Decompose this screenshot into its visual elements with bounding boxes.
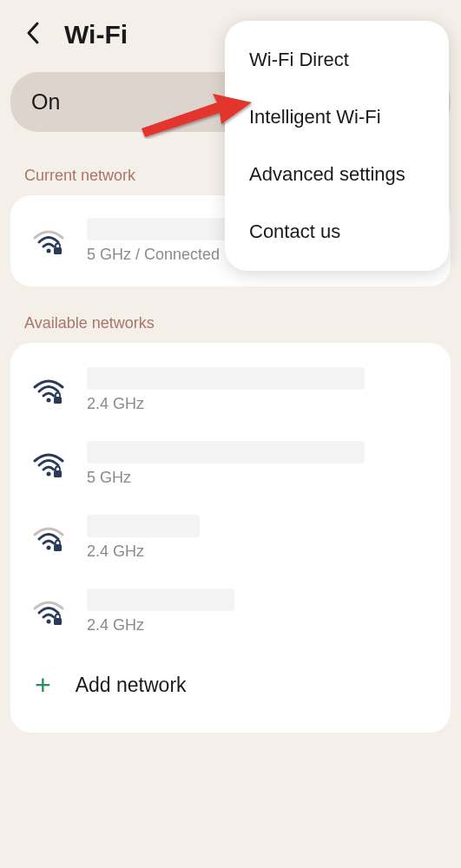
network-subtitle: 5 GHz <box>87 469 430 487</box>
wifi-lock-icon <box>31 598 66 626</box>
svg-point-4 <box>47 471 51 476</box>
wifi-lock-icon <box>31 227 66 255</box>
menu-item-intelligent-wifi[interactable]: Intelligent Wi-Fi <box>225 89 449 146</box>
wifi-lock-icon <box>31 450 66 478</box>
svg-rect-1 <box>54 247 62 254</box>
toggle-label: On <box>31 89 60 115</box>
network-name-redacted <box>87 515 200 537</box>
available-network-item[interactable]: 2.4 GHz <box>10 353 451 427</box>
network-name-redacted <box>87 589 234 611</box>
svg-rect-7 <box>54 544 62 551</box>
network-info: 5 GHz <box>87 441 430 487</box>
svg-rect-5 <box>54 470 62 477</box>
network-info: 2.4 GHz <box>87 589 430 635</box>
menu-item-wifi-direct[interactable]: Wi-Fi Direct <box>225 31 449 89</box>
available-networks-label: Available networks <box>0 314 461 343</box>
available-networks-card: 2.4 GHz 5 GHz <box>10 343 451 733</box>
wifi-lock-icon <box>31 524 66 552</box>
available-network-item[interactable]: 5 GHz <box>10 427 451 501</box>
wifi-lock-icon <box>31 377 66 404</box>
svg-point-2 <box>47 398 51 402</box>
network-subtitle: 2.4 GHz <box>87 542 430 561</box>
add-network-button[interactable]: + Add network <box>10 648 451 722</box>
add-network-label: Add network <box>76 674 187 697</box>
network-name-redacted <box>87 441 365 464</box>
plus-icon: + <box>35 669 51 701</box>
network-name-redacted <box>87 218 234 240</box>
svg-rect-9 <box>54 618 62 625</box>
available-network-item[interactable]: 2.4 GHz <box>10 501 451 575</box>
network-name-redacted <box>87 367 365 390</box>
svg-point-6 <box>47 545 51 549</box>
overflow-menu: Wi-Fi Direct Intelligent Wi-Fi Advanced … <box>225 21 449 271</box>
network-info: 2.4 GHz <box>87 515 430 561</box>
chevron-left-icon <box>24 21 40 45</box>
available-network-item[interactable]: 2.4 GHz <box>10 575 451 648</box>
page-title: Wi-Fi <box>64 20 128 49</box>
menu-item-advanced-settings[interactable]: Advanced settings <box>225 146 449 203</box>
svg-point-8 <box>47 619 51 623</box>
back-button[interactable] <box>21 17 43 51</box>
svg-rect-3 <box>54 397 62 404</box>
network-subtitle: 2.4 GHz <box>87 616 430 635</box>
menu-item-contact-us[interactable]: Contact us <box>225 203 449 260</box>
svg-point-0 <box>47 248 51 253</box>
network-subtitle: 2.4 GHz <box>87 395 430 413</box>
network-info: 2.4 GHz <box>87 367 430 413</box>
